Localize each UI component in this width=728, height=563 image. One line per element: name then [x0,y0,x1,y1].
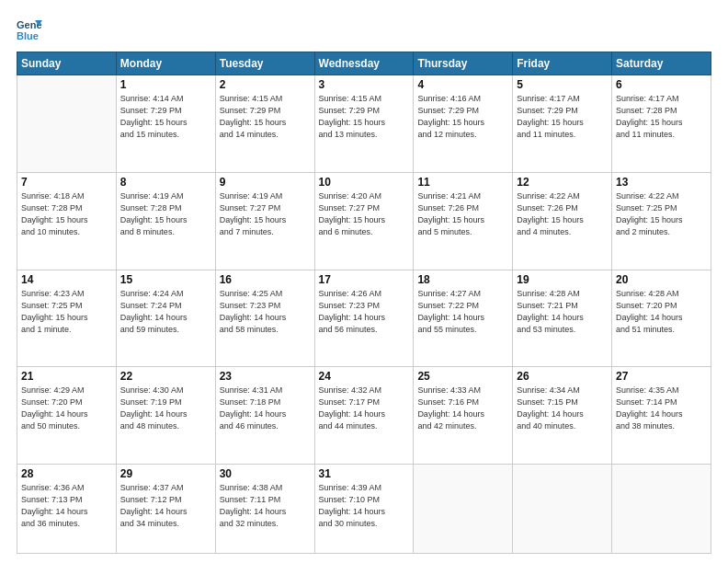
calendar-cell [414,465,513,554]
cell-text: Sunrise: 4:31 AMSunset: 7:18 PMDaylight:… [220,385,311,432]
calendar-cell: 13Sunrise: 4:22 AMSunset: 7:25 PMDayligh… [612,172,711,270]
cell-text: Sunrise: 4:26 AMSunset: 7:23 PMDaylight:… [319,288,410,336]
day-number: 3 [319,78,410,91]
calendar-cell: 12Sunrise: 4:22 AMSunset: 7:26 PMDayligh… [513,172,612,270]
calendar-cell: 30Sunrise: 4:38 AMSunset: 7:11 PMDayligh… [215,465,314,554]
calendar-cell [513,465,612,554]
cell-text: Sunrise: 4:20 AMSunset: 7:27 PMDaylight:… [319,190,410,238]
day-number: 25 [417,370,508,383]
day-number: 8 [120,176,211,189]
calendar-cell: 3Sunrise: 4:15 AMSunset: 7:29 PMDaylight… [314,75,414,173]
day-number: 24 [319,370,410,383]
cell-text: Sunrise: 4:32 AMSunset: 7:17 PMDaylight:… [319,385,410,432]
cell-text: Sunrise: 4:38 AMSunset: 7:11 PMDaylight:… [220,482,311,530]
calendar-cell: 20Sunrise: 4:28 AMSunset: 7:20 PMDayligh… [612,270,711,367]
calendar-cell [17,75,117,173]
calendar-cell: 7Sunrise: 4:18 AMSunset: 7:28 PMDaylight… [17,172,117,270]
day-number: 5 [517,78,608,91]
day-number: 21 [21,370,112,383]
cell-text: Sunrise: 4:19 AMSunset: 7:27 PMDaylight:… [220,190,311,238]
weekday-header: Sunday [17,52,117,75]
day-number: 19 [517,273,608,286]
day-number: 15 [120,273,211,286]
day-number: 23 [220,370,311,383]
day-number: 16 [220,273,311,286]
calendar-cell: 5Sunrise: 4:17 AMSunset: 7:29 PMDaylight… [513,75,612,173]
calendar-cell: 9Sunrise: 4:19 AMSunset: 7:27 PMDaylight… [215,172,314,270]
calendar-cell: 2Sunrise: 4:15 AMSunset: 7:29 PMDaylight… [215,75,314,173]
calendar-cell: 6Sunrise: 4:17 AMSunset: 7:28 PMDaylight… [612,75,711,173]
cell-text: Sunrise: 4:36 AMSunset: 7:13 PMDaylight:… [21,482,112,530]
calendar-cell: 21Sunrise: 4:29 AMSunset: 7:20 PMDayligh… [17,367,117,465]
cell-text: Sunrise: 4:29 AMSunset: 7:20 PMDaylight:… [21,385,112,432]
weekday-header: Wednesday [314,52,414,75]
day-number: 22 [120,370,211,383]
calendar-cell: 19Sunrise: 4:28 AMSunset: 7:21 PMDayligh… [513,270,612,367]
day-number: 28 [21,467,112,480]
day-number: 9 [220,176,311,189]
day-number: 14 [21,273,112,286]
logo-icon: General Blue [17,17,42,42]
cell-text: Sunrise: 4:22 AMSunset: 7:25 PMDaylight:… [616,190,707,238]
cell-text: Sunrise: 4:28 AMSunset: 7:20 PMDaylight:… [616,288,707,336]
calendar-cell: 18Sunrise: 4:27 AMSunset: 7:22 PMDayligh… [414,270,513,367]
calendar-cell: 25Sunrise: 4:33 AMSunset: 7:16 PMDayligh… [414,367,513,465]
calendar-cell: 24Sunrise: 4:32 AMSunset: 7:17 PMDayligh… [314,367,414,465]
day-number: 30 [220,467,311,480]
day-number: 27 [616,370,707,383]
calendar-cell: 8Sunrise: 4:19 AMSunset: 7:28 PMDaylight… [116,172,215,270]
day-number: 26 [517,370,608,383]
svg-text:Blue: Blue [17,30,39,41]
cell-text: Sunrise: 4:15 AMSunset: 7:29 PMDaylight:… [319,93,410,141]
weekday-header: Friday [513,52,612,75]
day-number: 31 [319,467,410,480]
day-number: 12 [517,176,608,189]
calendar-cell: 29Sunrise: 4:37 AMSunset: 7:12 PMDayligh… [116,465,215,554]
cell-text: Sunrise: 4:24 AMSunset: 7:24 PMDaylight:… [120,288,211,336]
calendar-cell: 15Sunrise: 4:24 AMSunset: 7:24 PMDayligh… [116,270,215,367]
calendar-table: SundayMondayTuesdayWednesdayThursdayFrid… [17,52,711,554]
cell-text: Sunrise: 4:22 AMSunset: 7:26 PMDaylight:… [517,190,608,238]
cell-text: Sunrise: 4:16 AMSunset: 7:29 PMDaylight:… [417,93,508,141]
weekday-header: Thursday [414,52,513,75]
calendar-cell: 11Sunrise: 4:21 AMSunset: 7:26 PMDayligh… [414,172,513,270]
cell-text: Sunrise: 4:35 AMSunset: 7:14 PMDaylight:… [616,385,707,432]
calendar-cell: 31Sunrise: 4:39 AMSunset: 7:10 PMDayligh… [314,465,414,554]
calendar-cell: 26Sunrise: 4:34 AMSunset: 7:15 PMDayligh… [513,367,612,465]
weekday-header: Tuesday [215,52,314,75]
cell-text: Sunrise: 4:14 AMSunset: 7:29 PMDaylight:… [120,93,211,141]
day-number: 17 [319,273,410,286]
calendar-cell: 14Sunrise: 4:23 AMSunset: 7:25 PMDayligh… [17,270,117,367]
day-number: 6 [616,78,707,91]
day-number: 7 [21,176,112,189]
cell-text: Sunrise: 4:15 AMSunset: 7:29 PMDaylight:… [220,93,311,141]
calendar-cell: 1Sunrise: 4:14 AMSunset: 7:29 PMDaylight… [116,75,215,173]
calendar-cell: 17Sunrise: 4:26 AMSunset: 7:23 PMDayligh… [314,270,414,367]
calendar-cell: 28Sunrise: 4:36 AMSunset: 7:13 PMDayligh… [17,465,117,554]
cell-text: Sunrise: 4:28 AMSunset: 7:21 PMDaylight:… [517,288,608,336]
day-number: 13 [616,176,707,189]
day-number: 2 [220,78,311,91]
header: General Blue [17,17,711,42]
calendar-cell: 10Sunrise: 4:20 AMSunset: 7:27 PMDayligh… [314,172,414,270]
cell-text: Sunrise: 4:17 AMSunset: 7:28 PMDaylight:… [616,93,707,141]
day-number: 20 [616,273,707,286]
calendar-cell [612,465,711,554]
cell-text: Sunrise: 4:17 AMSunset: 7:29 PMDaylight:… [517,93,608,141]
cell-text: Sunrise: 4:25 AMSunset: 7:23 PMDaylight:… [220,288,311,336]
calendar-cell: 23Sunrise: 4:31 AMSunset: 7:18 PMDayligh… [215,367,314,465]
calendar-cell: 4Sunrise: 4:16 AMSunset: 7:29 PMDaylight… [414,75,513,173]
cell-text: Sunrise: 4:30 AMSunset: 7:19 PMDaylight:… [120,385,211,432]
day-number: 29 [120,467,211,480]
day-number: 18 [417,273,508,286]
cell-text: Sunrise: 4:37 AMSunset: 7:12 PMDaylight:… [120,482,211,530]
cell-text: Sunrise: 4:34 AMSunset: 7:15 PMDaylight:… [517,385,608,432]
day-number: 4 [417,78,508,91]
cell-text: Sunrise: 4:18 AMSunset: 7:28 PMDaylight:… [21,190,112,238]
calendar-cell: 16Sunrise: 4:25 AMSunset: 7:23 PMDayligh… [215,270,314,367]
weekday-header: Monday [116,52,215,75]
cell-text: Sunrise: 4:33 AMSunset: 7:16 PMDaylight:… [417,385,508,432]
calendar-cell: 27Sunrise: 4:35 AMSunset: 7:14 PMDayligh… [612,367,711,465]
cell-text: Sunrise: 4:19 AMSunset: 7:28 PMDaylight:… [120,190,211,238]
cell-text: Sunrise: 4:27 AMSunset: 7:22 PMDaylight:… [417,288,508,336]
